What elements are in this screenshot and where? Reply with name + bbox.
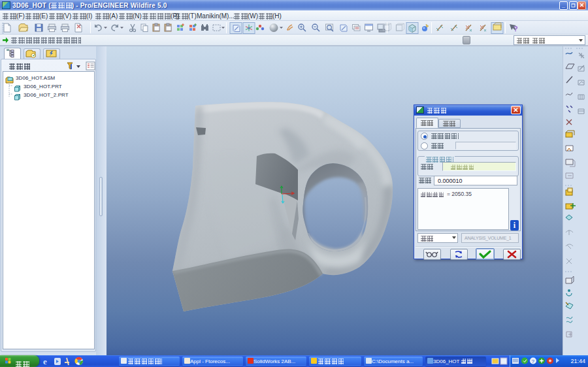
svg-text:?: ? [532,359,535,364]
svg-text:e: e [43,357,47,366]
